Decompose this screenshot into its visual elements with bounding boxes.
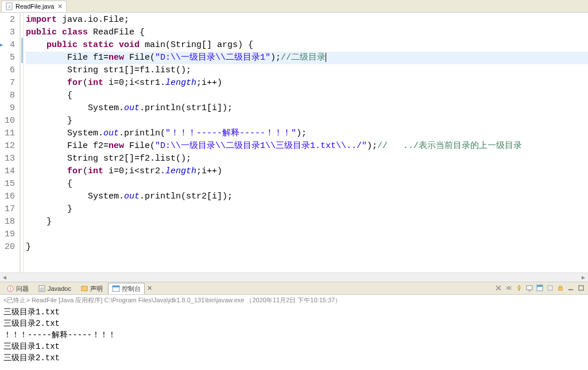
panel-tab-Javadoc[interactable]: @Javadoc bbox=[34, 283, 75, 294]
editor-tab-bar: J ReadFile.java ✕ bbox=[0, 0, 588, 13]
panel-tab-声明[interactable]: 声明 bbox=[76, 283, 107, 294]
java-file-icon: J bbox=[5, 2, 13, 10]
line-number: 19 bbox=[0, 228, 15, 241]
panel-tab-label: 声明 bbox=[90, 285, 103, 293]
remove-icon[interactable] bbox=[494, 283, 503, 293]
code-line[interactable]: { bbox=[26, 178, 588, 190]
editor-tab-label: ReadFile.java bbox=[16, 3, 54, 10]
line-number: 17 bbox=[0, 203, 15, 216]
console-line: 三级目录2.txt bbox=[3, 318, 585, 329]
line-number: 9 bbox=[0, 102, 15, 115]
line-gutter: 234567891011121314151617181920 bbox=[0, 13, 21, 272]
svg-rect-18 bbox=[537, 285, 543, 287]
line-number: 2 bbox=[0, 14, 15, 26]
code-line[interactable]: public static void main(String[] args) { bbox=[26, 39, 588, 52]
panel-tab-label: Javadoc bbox=[48, 285, 71, 292]
javadoc-icon: @ bbox=[38, 285, 46, 293]
editor-panel: J ReadFile.java ✕ 2345678910111213141516… bbox=[0, 0, 588, 282]
console-toolbar bbox=[494, 283, 586, 293]
svg-rect-6 bbox=[82, 286, 87, 291]
console-status: <已终止> ReadFile [Java 应用程序] C:\Program Fi… bbox=[0, 295, 588, 305]
text-cursor bbox=[326, 53, 326, 62]
line-number: 11 bbox=[0, 127, 15, 140]
remove-all-icon[interactable] bbox=[504, 283, 513, 293]
svg-rect-20 bbox=[559, 287, 562, 290]
svg-text:!: ! bbox=[10, 286, 11, 291]
svg-rect-8 bbox=[113, 286, 119, 287]
scroll-right-arrow[interactable]: ► bbox=[579, 274, 588, 282]
code-line[interactable]: for(int i=0;i<str2.length;i++) bbox=[26, 165, 588, 178]
svg-text:J: J bbox=[8, 4, 10, 9]
line-number: 5 bbox=[0, 52, 15, 64]
code-line[interactable]: public class ReadFile { bbox=[26, 26, 588, 39]
code-line[interactable]: String str2[]=f2.list(); bbox=[26, 153, 588, 165]
line-number: 20 bbox=[0, 241, 15, 254]
code-line[interactable]: } bbox=[26, 115, 588, 127]
code-line[interactable]: System.out.println(str2[i]); bbox=[26, 190, 588, 203]
code-line[interactable]: import java.io.File; bbox=[26, 14, 588, 26]
code-line[interactable]: System.out.println(str1[i]); bbox=[26, 102, 588, 115]
line-number: 3 bbox=[0, 26, 15, 39]
code-line[interactable]: } bbox=[26, 241, 588, 254]
code-line[interactable]: File f2=new File("D:\\一级目录\\二级目录1\\三级目录1… bbox=[26, 140, 588, 153]
panel-tab-label: 问题 bbox=[16, 285, 29, 293]
problems-icon: ! bbox=[6, 285, 14, 293]
console-line: 三级目录1.txt bbox=[3, 341, 585, 352]
svg-rect-15 bbox=[527, 286, 532, 290]
code-line[interactable]: { bbox=[26, 89, 588, 102]
editor-tab[interactable]: J ReadFile.java ✕ bbox=[1, 1, 67, 12]
line-number: 15 bbox=[0, 178, 15, 190]
line-number: 7 bbox=[0, 77, 15, 89]
declaration-icon bbox=[80, 285, 88, 293]
code-line[interactable]: for(int i=0;i<str1.length;i++) bbox=[26, 77, 588, 89]
code-line[interactable]: } bbox=[26, 203, 588, 216]
line-number: 18 bbox=[0, 216, 15, 228]
panel-tab-close-icon[interactable]: ✕ bbox=[147, 285, 152, 292]
code-line[interactable] bbox=[26, 228, 588, 241]
pin-icon[interactable] bbox=[514, 283, 524, 293]
close-icon[interactable]: ✕ bbox=[57, 3, 63, 10]
scroll-left-arrow[interactable]: ◄ bbox=[0, 274, 9, 282]
svg-rect-19 bbox=[548, 286, 552, 290]
line-number: 6 bbox=[0, 64, 15, 77]
code-line[interactable]: System.out.println("！！！-----解释-----！！！")… bbox=[26, 127, 588, 140]
line-number: 16 bbox=[0, 190, 15, 203]
clear-icon[interactable] bbox=[546, 283, 555, 293]
line-number: 14 bbox=[0, 165, 15, 178]
minimize-icon[interactable] bbox=[566, 283, 575, 293]
code-content[interactable]: import java.io.File;public class ReadFil… bbox=[24, 13, 588, 272]
svg-text:@: @ bbox=[40, 286, 44, 291]
open-console-icon[interactable] bbox=[535, 283, 544, 293]
maximize-icon[interactable] bbox=[577, 283, 586, 293]
code-line[interactable]: File f1=new File("D:\\一级目录\\二级目录1");//二级… bbox=[26, 52, 588, 64]
console-line: 三级目录2.txt bbox=[3, 352, 585, 364]
bottom-panel: !问题@Javadoc声明控制台 ✕ <已终止> ReadFile [Java … bbox=[0, 282, 588, 370]
code-line[interactable]: String str1[]=f1.list(); bbox=[26, 64, 588, 77]
panel-tab-控制台[interactable]: 控制台 bbox=[108, 283, 145, 294]
panel-tab-问题[interactable]: !问题 bbox=[2, 283, 33, 294]
horizontal-scrollbar[interactable]: ◄ ► bbox=[0, 272, 588, 282]
line-number: 8 bbox=[0, 89, 15, 102]
svg-rect-22 bbox=[579, 286, 583, 290]
console-line: ！！！-----解释-----！！！ bbox=[3, 329, 585, 341]
console-icon bbox=[112, 285, 120, 293]
code-editor[interactable]: 234567891011121314151617181920 import ja… bbox=[0, 13, 588, 272]
console-line: 三级目录1.txt bbox=[3, 306, 585, 318]
line-number: 13 bbox=[0, 153, 15, 165]
code-line[interactable]: } bbox=[26, 216, 588, 228]
line-number: 4 bbox=[0, 39, 15, 52]
scroll-lock-icon[interactable] bbox=[556, 283, 565, 293]
display-icon[interactable] bbox=[525, 283, 534, 293]
panel-tab-label: 控制台 bbox=[122, 285, 141, 293]
panel-tab-bar: !问题@Javadoc声明控制台 ✕ bbox=[0, 282, 588, 295]
line-number: 12 bbox=[0, 140, 15, 153]
console-output[interactable]: 三级目录1.txt三级目录2.txt！！！-----解释-----！！！三级目录… bbox=[0, 305, 588, 370]
line-number: 10 bbox=[0, 115, 15, 127]
scroll-track[interactable] bbox=[9, 274, 579, 282]
